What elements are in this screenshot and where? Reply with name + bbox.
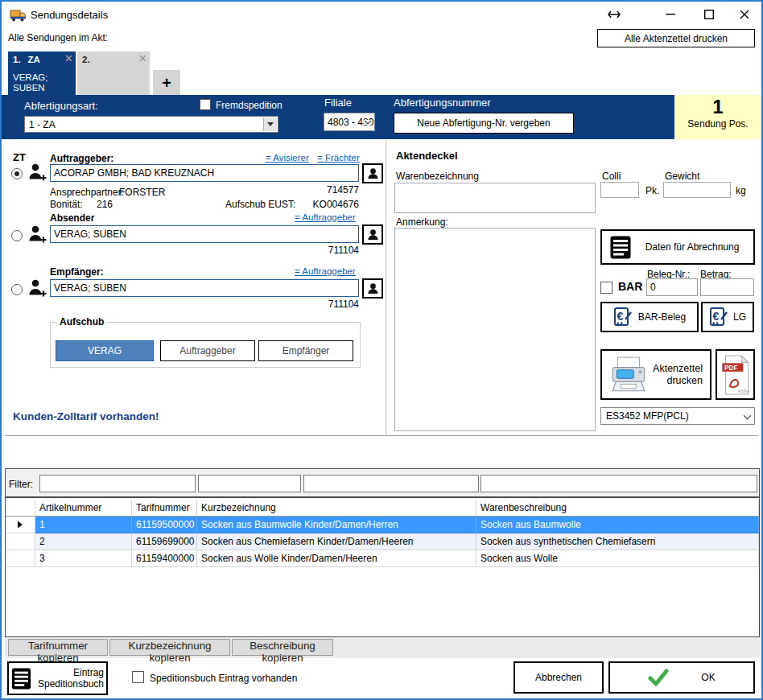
pdf-export-button[interactable]: PDFAdobe xyxy=(716,349,755,400)
cell-tarifnummer[interactable]: 61159400000 xyxy=(132,550,197,567)
empfaenger-radio[interactable] xyxy=(11,284,23,295)
shipment-tab-2[interactable]: 2. xyxy=(77,51,150,96)
column-header-artikelnummer[interactable]: Artikelnummer xyxy=(35,500,132,517)
cell-kurzbezeichnung[interactable]: Socken aus Chemiefasern Kinder/Damen/Hee… xyxy=(197,533,476,550)
abfertigungsart-dropdown[interactable]: 1 - ZA xyxy=(24,116,278,133)
row-selector-header xyxy=(6,500,35,517)
row-selector-cell[interactable] xyxy=(6,533,35,550)
empfaenger-input[interactable] xyxy=(50,279,359,297)
table-row[interactable]: 2 61159699000 Socken aus Chemiefasern Ki… xyxy=(6,533,759,550)
auftraggeber-input[interactable] xyxy=(50,164,359,182)
lg-button[interactable]: € LG xyxy=(701,302,754,332)
colli-input[interactable] xyxy=(600,182,639,198)
resize-icon[interactable] xyxy=(604,6,625,23)
beleg-nr-input[interactable] xyxy=(646,278,698,296)
filter-label: Filter: xyxy=(9,479,33,490)
shipment-tab-1[interactable]: 1.ZA VERAG; SUBEN xyxy=(8,51,76,96)
column-header-warenbeschreibung[interactable]: Warenbeschreibung xyxy=(476,500,759,517)
panel-divider xyxy=(386,140,386,436)
sendungsdetails-window: Sendungsdetails Alle Sendungen im Akt: A… xyxy=(0,0,763,700)
aufschub-eust-value: KO004676 xyxy=(307,199,359,210)
copy-beschreibung-button[interactable]: Beschreibung kopieren xyxy=(232,639,333,656)
close-button[interactable] xyxy=(734,6,755,23)
absender-auftraggeber-link[interactable]: = Auftraggeber xyxy=(295,212,356,222)
fremdspedition-label: Fremdspedition xyxy=(216,100,283,111)
cell-warenbeschreibung[interactable]: Socken aus synthetischen Chemiefasern xyxy=(476,533,759,550)
ok-button[interactable]: OK xyxy=(608,661,755,694)
tab-close-icon[interactable] xyxy=(139,55,146,62)
empfaenger-number: 711104 xyxy=(307,299,359,310)
absender-radio[interactable] xyxy=(11,230,23,241)
avisierer-link[interactable]: = Avisierer xyxy=(266,153,309,163)
fremdspedition-checkbox[interactable] xyxy=(200,99,211,110)
ansprechpartner-value: FORSTER xyxy=(119,187,165,198)
dropdown-arrow-icon[interactable] xyxy=(263,117,277,131)
person-add-icon[interactable] xyxy=(28,224,47,245)
eintrag-speditionsbuch-button[interactable]: EintragSpeditionsbuch xyxy=(7,661,108,695)
filter-input-3[interactable] xyxy=(303,475,479,492)
contact-lookup-button[interactable] xyxy=(362,278,383,299)
table-row[interactable]: 1 61159500000 Socken aus Baumwolle Kinde… xyxy=(6,517,759,533)
aktenzettel-drucken-button[interactable]: Aktenzetteldrucken xyxy=(600,349,711,400)
aufschub-auftraggeber-button[interactable]: Auftraggeber xyxy=(160,340,255,361)
abbrechen-button[interactable]: Abbrechen xyxy=(513,661,604,694)
filiale-label: Filiale xyxy=(324,97,352,109)
bar-beleg-button[interactable]: € BAR-Beleg xyxy=(600,302,699,332)
kg-label: kg xyxy=(736,185,746,196)
maximize-button[interactable] xyxy=(699,6,720,23)
cell-tarifnummer[interactable]: 61159699000 xyxy=(132,533,197,550)
person-icon xyxy=(367,167,379,179)
betrag-input[interactable] xyxy=(700,278,754,296)
fraechter-link[interactable]: = Frächter xyxy=(317,153,360,163)
anmerkung-textarea[interactable] xyxy=(394,228,596,431)
cell-artikelnummer[interactable]: 1 xyxy=(35,517,132,533)
neue-abfertigungsnr-button[interactable]: Neue Abfertigung-Nr. vergeben xyxy=(394,113,574,134)
copy-kurzbezeichnung-button[interactable]: Kurzbezeichnung kopieren xyxy=(109,639,230,656)
daten-abrechnung-button[interactable]: Daten für Abrechnung xyxy=(600,229,755,265)
absender-input[interactable] xyxy=(50,225,359,243)
add-shipment-tab-button[interactable]: + xyxy=(153,70,180,96)
aufschub-verag-button[interactable]: VERAG xyxy=(56,340,154,361)
contact-lookup-button[interactable] xyxy=(362,163,383,183)
table-row[interactable]: 3 61159400000 Socken aus Wolle Kinder/Da… xyxy=(6,550,759,567)
speditionsbuch-checkbox[interactable] xyxy=(132,671,144,683)
zt-label: ZT xyxy=(13,151,26,163)
cell-artikelnummer[interactable]: 3 xyxy=(35,550,132,567)
tab-close-icon[interactable] xyxy=(65,55,72,62)
chevron-down-icon xyxy=(364,120,372,125)
cell-kurzbezeichnung[interactable]: Socken aus Wolle Kinder/Damen/Heeren xyxy=(197,550,476,567)
article-table: Filter: Artikelnummer Tarifnummer Kurzbe… xyxy=(5,468,760,637)
cell-tarifnummer[interactable]: 61159500000 xyxy=(132,517,197,533)
pk-label: Pk. xyxy=(645,185,659,196)
auftraggeber-radio[interactable] xyxy=(11,168,23,179)
euro-doc-icon: € xyxy=(613,307,633,327)
person-add-icon[interactable] xyxy=(28,278,47,299)
auftraggeber-number: 714577 xyxy=(307,184,359,196)
copy-tarifnummer-button[interactable]: Tarifnummer kopieren xyxy=(8,639,108,656)
empfaenger-auftraggeber-link[interactable]: = Auftraggeber xyxy=(295,266,356,276)
print-all-aktenzettel-button[interactable]: Alle Aktenzettel drucken xyxy=(597,29,755,47)
column-header-tarifnummer[interactable]: Tarifnummer xyxy=(132,500,197,517)
warenbezeichnung-textarea[interactable] xyxy=(394,183,596,213)
cell-kurzbezeichnung[interactable]: Socken aus Baumwolle Kinder/Damen/Herren xyxy=(197,517,476,533)
gewicht-label: Gewicht xyxy=(665,171,699,182)
row-selector-cell[interactable] xyxy=(6,550,35,567)
row-selector-cell[interactable] xyxy=(6,517,35,533)
column-header-kurzbezeichnung[interactable]: Kurzbezeichnung xyxy=(197,500,476,517)
cell-artikelnummer[interactable]: 2 xyxy=(35,533,132,550)
contact-lookup-button[interactable] xyxy=(362,224,383,245)
filter-input-1[interactable] xyxy=(39,475,196,492)
cell-warenbeschreibung[interactable]: Socken aus Baumwolle xyxy=(476,517,759,533)
cell-warenbeschreibung[interactable]: Socken aus Wolle xyxy=(476,550,759,567)
bar-checkbox[interactable] xyxy=(600,282,612,294)
gewicht-input[interactable] xyxy=(663,182,731,198)
person-add-icon[interactable] xyxy=(28,163,47,183)
printer-select[interactable]: ES3452 MFP(PCL) xyxy=(600,407,755,425)
aufschub-empfaenger-button[interactable]: Empfänger xyxy=(258,340,353,361)
filter-input-4[interactable] xyxy=(480,475,757,492)
window-title: Sendungsdetails xyxy=(31,9,108,21)
filiale-select[interactable]: 4803 - 480 xyxy=(324,113,375,131)
filter-input-2[interactable] xyxy=(198,475,301,492)
minimize-button[interactable] xyxy=(660,6,681,23)
abfertigungsnummer-label: Abfertigungsnummer xyxy=(394,97,491,109)
